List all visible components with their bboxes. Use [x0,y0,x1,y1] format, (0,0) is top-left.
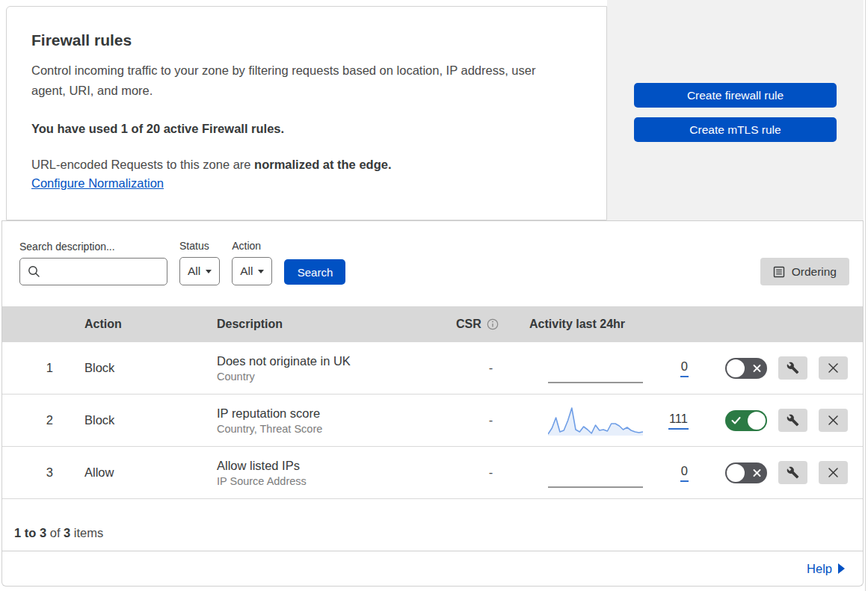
rule-enabled-toggle[interactable] [725,410,767,431]
top-section: Firewall rules Control incoming traffic … [0,0,868,220]
table-row: 3 Allow Allow listed IPs IP Source Addre… [2,447,863,499]
search-button[interactable]: Search [284,259,345,285]
search-icon [28,265,40,278]
wrench-icon [787,466,799,479]
help-bar: Help [1,551,864,587]
create-mtls-rule-button[interactable]: Create mTLS rule [634,117,837,142]
info-icon[interactable] [487,318,499,330]
activity-count-link[interactable]: 111 [668,412,689,430]
close-icon [828,362,839,374]
rule-description-cell: IP reputation score Country, Threat Scor… [198,406,437,435]
summary-range: 1 to 3 [14,526,46,539]
activity-sparkline-chart [548,406,643,436]
table-row: 1 Block Does not originate in UK Country… [2,342,863,394]
close-icon [828,415,839,426]
delete-rule-button[interactable] [819,356,848,380]
search-label: Search description... [19,241,167,253]
rule-match-fields: Country [217,371,437,383]
close-icon [828,467,839,478]
wrench-icon [787,362,799,374]
search-input[interactable] [19,258,167,285]
summary-items: items [74,526,103,539]
action-column-header: Action [70,318,198,331]
rule-description-cell: Allow listed IPs IP Source Address [198,459,437,487]
rule-controls [704,461,863,484]
arrow-right-icon [838,563,845,574]
normalization-bold: normalized at the edge. [254,158,391,171]
list-document-icon [773,266,785,278]
rule-csr-value: - [437,361,526,375]
rule-activity-cell: 0 [526,353,704,383]
rule-description-cell: Does not originate in UK Country [198,354,437,383]
activity-column-header: Activity last 24hr [526,318,704,331]
status-value: All [188,264,200,278]
status-dropdown[interactable]: All [179,257,220,285]
filter-bar: Search description... Status All Action [2,221,863,306]
csr-column-header: CSR [437,318,526,331]
activity-count-link[interactable]: 0 [680,359,689,377]
rule-action: Block [70,361,198,375]
chevron-down-icon [206,270,212,273]
search-field-group: Search description... [19,241,167,285]
configure-normalization-link[interactable]: Configure Normalization [31,176,164,191]
ordering-button-label: Ordering [792,265,837,279]
rule-action: Allow [70,465,198,480]
edit-rule-button[interactable] [778,356,807,380]
rule-match-fields: IP Source Address [217,475,437,487]
rule-priority: 3 [2,465,70,480]
rule-description: Does not originate in UK [217,354,437,368]
normalization-text: URL-encoded Requests to this zone are [31,158,251,171]
rule-activity-cell: 111 [526,406,704,436]
intro-card: Firewall rules Control incoming traffic … [6,6,607,220]
activity-sparkline-empty [548,353,643,383]
rule-csr-value: - [437,413,526,427]
firewall-rules-page: Firewall rules Control incoming traffic … [0,0,868,591]
csr-header-label: CSR [456,318,481,331]
status-filter-group: Status All [179,240,220,285]
action-filter-group: Action All [232,240,272,285]
summary-total: 3 [64,526,70,539]
rule-priority: 2 [2,413,70,427]
description-column-header: Description [198,318,437,331]
action-label: Action [232,240,272,252]
pagination-summary: 1 to 3 of 3 items [2,499,863,551]
rule-activity-cell: 0 [526,458,704,488]
normalization-note: URL-encoded Requests to this zone are no… [31,158,561,172]
activity-count-link[interactable]: 0 [680,464,689,482]
rule-enabled-toggle[interactable] [725,358,767,379]
rule-action: Block [70,413,198,427]
page-title: Firewall rules [31,31,561,49]
rule-enabled-toggle[interactable] [725,462,767,483]
rule-controls [704,356,863,380]
table-row: 2 Block IP reputation score Country, Thr… [2,394,863,447]
rule-priority: 1 [2,361,70,375]
table-header-row: Action Description CSR Activity last 24h… [2,306,863,342]
action-value: All [240,264,253,278]
rules-list-card: Search description... Status All Action [1,220,864,551]
search-input-wrap [19,258,167,285]
toggle-knob [727,464,745,482]
summary-of: of [50,526,61,539]
actions-panel: Create firewall rule Create mTLS rule [607,0,864,220]
rule-description: IP reputation score [217,406,437,421]
rule-match-fields: Country, Threat Score [217,423,437,435]
toggle-check-icon [731,416,741,424]
action-dropdown[interactable]: All [232,257,272,285]
edit-rule-button[interactable] [778,409,807,432]
usage-notice: You have used 1 of 20 active Firewall ru… [31,122,561,136]
edit-rule-button[interactable] [778,461,807,484]
create-firewall-rule-button[interactable]: Create firewall rule [634,83,837,108]
help-link[interactable]: Help [807,562,845,576]
delete-rule-button[interactable] [819,461,848,484]
rule-description: Allow listed IPs [217,459,437,473]
toggle-knob [727,359,745,377]
delete-rule-button[interactable] [819,409,848,432]
status-label: Status [179,240,220,252]
activity-sparkline-empty [548,458,643,488]
ordering-button[interactable]: Ordering [760,258,849,285]
toggle-x-icon [753,364,761,372]
rule-controls [704,409,863,432]
rule-csr-value: - [437,465,526,480]
toggle-x-icon [753,468,761,477]
toggle-knob [748,412,766,430]
